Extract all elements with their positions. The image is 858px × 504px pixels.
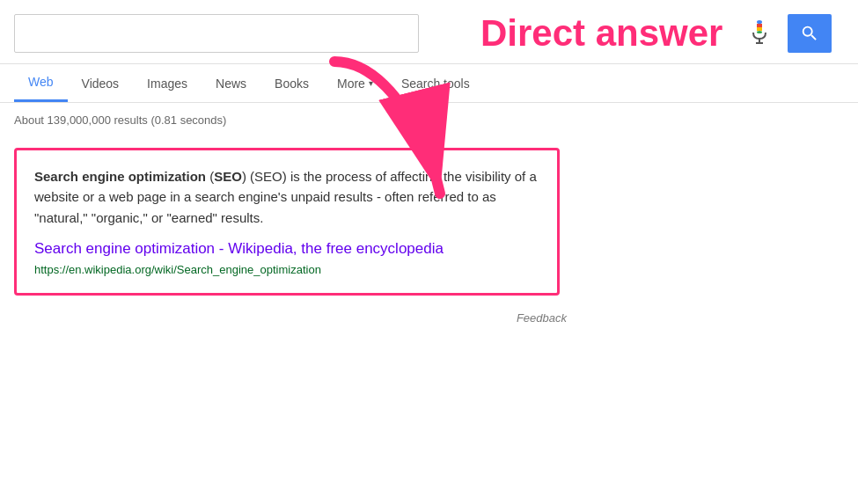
tab-web[interactable]: Web xyxy=(14,64,68,102)
feedback-label[interactable]: Feedback xyxy=(517,311,567,325)
answer-url: https://en.wikipedia.org/wiki/Search_eng… xyxy=(34,263,321,276)
tab-videos[interactable]: Videos xyxy=(68,66,134,101)
answer-bold-term: Search engine optimization xyxy=(34,169,206,184)
tab-images[interactable]: Images xyxy=(133,66,202,101)
tab-more[interactable]: More ▾ xyxy=(323,66,387,101)
microphone-icon xyxy=(749,20,770,47)
tab-news[interactable]: News xyxy=(202,66,260,101)
svg-rect-3 xyxy=(757,31,762,33)
search-input[interactable]: what is seo xyxy=(26,25,407,43)
search-input-container: what is seo xyxy=(14,14,419,53)
feedback-row: Feedback xyxy=(0,304,581,331)
svg-rect-0 xyxy=(757,20,762,24)
answer-text: Search engine optimization (SEO) (SEO) i… xyxy=(34,166,539,228)
results-count: About 139,000,000 results (0.81 seconds) xyxy=(0,103,858,137)
mic-button[interactable] xyxy=(740,14,779,53)
svg-rect-2 xyxy=(757,27,762,31)
tab-books[interactable]: Books xyxy=(260,66,323,101)
search-icon xyxy=(800,24,819,43)
chevron-down-icon: ▾ xyxy=(369,78,373,88)
page-wrapper: what is seo Direct answer xyxy=(0,0,858,504)
nav-tabs: Web Videos Images News Books More ▾ Sear… xyxy=(0,64,858,103)
search-bar-row: what is seo Direct answer xyxy=(0,0,858,64)
tab-search-tools[interactable]: Search tools xyxy=(387,66,484,101)
direct-answer-label: Direct answer xyxy=(480,12,722,55)
svg-rect-1 xyxy=(757,24,762,27)
search-button[interactable] xyxy=(788,14,832,53)
answer-box: Search engine optimization (SEO) (SEO) i… xyxy=(14,148,560,296)
answer-wiki-link[interactable]: Search engine optimization - Wikipedia, … xyxy=(34,240,539,258)
answer-abbr: SEO xyxy=(214,169,242,184)
